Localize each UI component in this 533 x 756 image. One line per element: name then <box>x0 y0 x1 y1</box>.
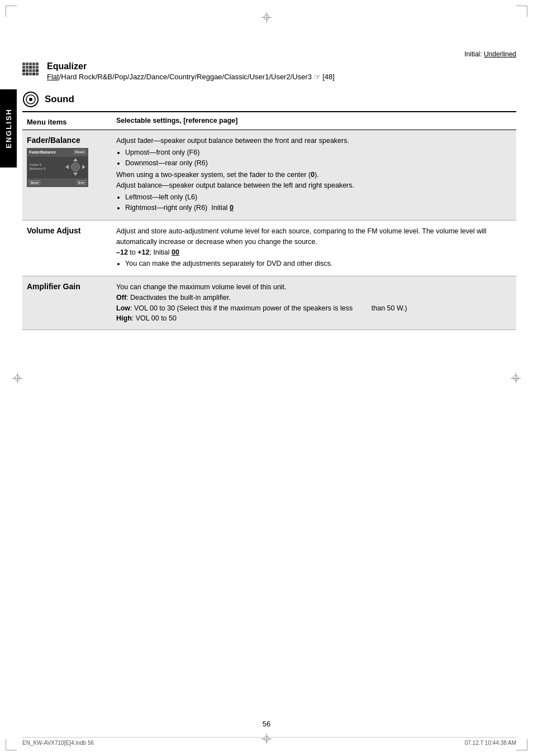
table-row: Volume Adjust Adjust and store auto-adju… <box>22 221 516 276</box>
equalizer-title: Equalizer <box>47 61 335 71</box>
sound-title: Sound <box>45 94 74 105</box>
settings-table: Menu items Selectable settings, [referen… <box>22 111 516 330</box>
menu-item-volume: Volume Adjust <box>22 221 112 276</box>
equalizer-icon <box>22 63 41 78</box>
svg-rect-19 <box>36 73 39 75</box>
svg-rect-11 <box>26 69 28 72</box>
sound-icon <box>22 91 39 108</box>
footer: EN_KW-AVX710[E]4.indb 56 07.12.7 10:44:3… <box>22 737 516 746</box>
svg-rect-18 <box>32 73 35 75</box>
page-number: 56 <box>263 720 270 728</box>
svg-rect-2 <box>29 63 32 65</box>
svg-rect-8 <box>32 66 35 69</box>
equalizer-header: Equalizer Flat/Hard Rock/R&B/Pop/Jazz/Da… <box>22 61 516 81</box>
svg-rect-7 <box>29 66 32 69</box>
svg-rect-14 <box>36 69 39 72</box>
svg-point-22 <box>29 98 32 101</box>
footer-left: EN_KW-AVX710[E]4.indb 56 <box>22 740 94 746</box>
corner-mark-tl <box>6 6 17 17</box>
svg-rect-13 <box>32 69 35 72</box>
sidebar-english-label: ENGLISH <box>0 89 17 168</box>
sound-section: Sound Menu items Selectable settings, [r… <box>22 91 516 330</box>
fader-image: Fader/Balance Reset Fader 0 Balance 0 <box>27 148 88 187</box>
col-header-settings: Selectable settings, [reference page] <box>112 112 516 130</box>
desc-amplifier: You can change the maximum volume level … <box>112 276 516 330</box>
svg-rect-4 <box>36 63 39 65</box>
corner-mark-br <box>516 739 527 750</box>
page-wrapper: ENGLISH Initial: Underlined <box>0 0 533 756</box>
crosshair-top <box>261 12 272 22</box>
menu-item-amplifier: Amplifier Gain <box>22 276 112 330</box>
svg-rect-1 <box>26 63 28 65</box>
svg-rect-9 <box>36 66 39 69</box>
svg-rect-6 <box>26 66 28 69</box>
svg-rect-16 <box>26 73 28 75</box>
table-row: Fader/Balance Fader/Balance Reset Fader … <box>22 130 516 220</box>
corner-mark-bl <box>6 739 17 750</box>
desc-fader: Adjust fader—speaker output balance betw… <box>112 130 516 220</box>
svg-rect-17 <box>29 73 32 75</box>
svg-rect-3 <box>32 63 35 65</box>
table-row: Amplifier Gain You can change the maximu… <box>22 276 516 330</box>
corner-mark-tr <box>516 6 527 17</box>
svg-rect-15 <box>22 73 25 75</box>
desc-volume: Adjust and store auto-adjustment volume … <box>112 221 516 276</box>
sound-header: Sound <box>22 91 516 108</box>
col-header-menu: Menu items <box>22 112 112 130</box>
crosshair-left <box>12 373 22 383</box>
svg-rect-5 <box>22 66 25 69</box>
equalizer-title-block: Equalizer Flat/Hard Rock/R&B/Pop/Jazz/Da… <box>47 61 335 81</box>
main-content: Initial: Underlined <box>22 0 516 330</box>
svg-rect-12 <box>29 69 32 72</box>
initial-line: Initial: Underlined <box>22 50 516 58</box>
menu-item-fader: Fader/Balance Fader/Balance Reset Fader … <box>22 130 112 220</box>
equalizer-subtitle: Flat/Hard Rock/R&B/Pop/Jazz/Dance/Countr… <box>47 73 335 81</box>
crosshair-right <box>511 373 521 383</box>
footer-right: 07.12.7 10:44:38 AM <box>465 740 516 746</box>
svg-rect-0 <box>22 63 25 65</box>
svg-rect-10 <box>22 69 25 72</box>
